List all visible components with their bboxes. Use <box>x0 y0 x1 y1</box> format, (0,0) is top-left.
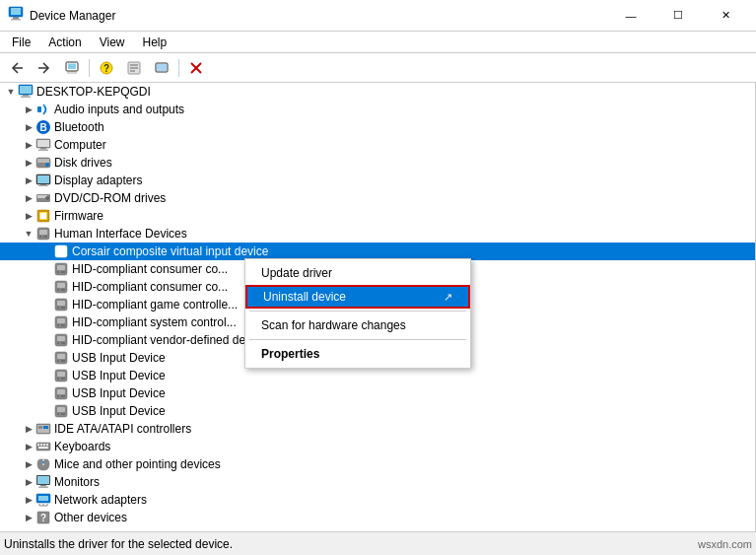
ide-chevron[interactable] <box>22 422 35 436</box>
svg-rect-105 <box>38 496 48 501</box>
app-icon <box>8 6 24 25</box>
menu-bar: File Action View Help <box>0 32 756 53</box>
svg-rect-7 <box>68 63 76 69</box>
hid5-label: HID-compliant vendor-defined device <box>72 333 266 347</box>
svg-rect-61 <box>57 301 65 306</box>
toolbar-forward[interactable] <box>32 56 57 80</box>
svg-rect-36 <box>40 184 46 185</box>
tree-mice[interactable]: Mice and other pointing devices <box>0 455 755 473</box>
audio-chevron[interactable] <box>22 103 35 116</box>
toolbar-back[interactable] <box>4 56 30 80</box>
ctx-scan-label: Scan for hardware changes <box>261 318 406 332</box>
usb3-icon <box>53 385 69 401</box>
monitors-chevron[interactable] <box>22 475 35 489</box>
device-tree[interactable]: DESKTOP-KEPQGDI Audio inputs and outputs… <box>0 83 756 531</box>
svg-point-99 <box>42 461 44 463</box>
bluetooth-chevron[interactable] <box>22 120 35 134</box>
maximize-button[interactable]: ☐ <box>655 0 701 32</box>
title-bar: Device Manager — ☐ ✕ <box>0 0 756 32</box>
hid2-chevron <box>39 280 53 294</box>
toolbar-help[interactable]: ? <box>94 56 119 80</box>
svg-rect-73 <box>57 354 65 359</box>
ctx-uninstall-label: Uninstall device <box>263 290 346 304</box>
firmware-chevron[interactable] <box>22 209 35 223</box>
tree-usb3[interactable]: USB Input Device <box>0 384 755 402</box>
minimize-button[interactable]: — <box>608 0 653 32</box>
display-chevron[interactable] <box>22 173 35 187</box>
hid1-icon <box>53 261 69 277</box>
tree-monitors[interactable]: Monitors <box>0 473 755 491</box>
usb1-label: USB Input Device <box>72 351 166 365</box>
dvd-label: DVD/CD-ROM drives <box>54 191 166 205</box>
svg-point-33 <box>45 163 49 167</box>
usb1-chevron <box>39 351 53 365</box>
svg-rect-49 <box>57 247 65 252</box>
ctx-properties[interactable]: Properties <box>245 342 470 366</box>
tree-usb4[interactable]: USB Input Device <box>0 402 755 420</box>
svg-rect-91 <box>43 426 48 429</box>
svg-rect-28 <box>37 140 49 147</box>
keyboard-icon <box>35 439 51 454</box>
tree-audio[interactable]: Audio inputs and outputs <box>0 101 755 118</box>
window-controls: — ☐ ✕ <box>608 0 748 32</box>
dvd-icon <box>35 190 51 206</box>
network-chevron[interactable] <box>22 493 35 507</box>
tree-keyboards[interactable]: Keyboards <box>0 438 755 455</box>
tree-bluetooth[interactable]: B Bluetooth <box>0 118 755 136</box>
close-button[interactable]: ✕ <box>703 0 748 32</box>
svg-rect-53 <box>57 265 65 270</box>
root-chevron[interactable] <box>4 85 18 99</box>
dvd-chevron[interactable] <box>22 191 35 205</box>
hid4-label: HID-compliant system control... <box>72 315 237 329</box>
hid4-icon <box>53 314 69 330</box>
computer-sm-icon <box>35 137 51 153</box>
svg-rect-102 <box>40 485 46 487</box>
status-bar: Uninstalls the driver for the selected d… <box>0 531 756 555</box>
keyboards-chevron[interactable] <box>22 440 35 453</box>
tree-disk[interactable]: Disk drives <box>0 154 755 172</box>
tree-network[interactable]: Network adapters <box>0 491 755 509</box>
svg-rect-97 <box>38 447 48 449</box>
menu-action[interactable]: Action <box>40 34 89 51</box>
usb2-label: USB Input Device <box>72 369 166 382</box>
computer-chevron[interactable] <box>22 138 35 152</box>
usb1-icon <box>53 350 69 366</box>
network-icon <box>35 492 51 508</box>
tree-root[interactable]: DESKTOP-KEPQGDI <box>0 83 755 101</box>
toolbar-properties[interactable] <box>121 56 147 80</box>
svg-rect-29 <box>40 148 46 150</box>
hid2-label: HID-compliant consumer co... <box>72 280 228 294</box>
ctx-scan[interactable]: Scan for hardware changes <box>245 313 470 337</box>
corsair-icon <box>53 243 69 259</box>
tree-firmware[interactable]: Firmware <box>0 207 755 225</box>
disk-chevron[interactable] <box>22 156 35 170</box>
tree-dvd[interactable]: DVD/CD-ROM drives <box>0 189 755 207</box>
tree-hid[interactable]: Human Interface Devices <box>0 225 755 243</box>
toolbar-up[interactable] <box>59 56 85 80</box>
mice-chevron[interactable] <box>22 457 35 471</box>
svg-rect-32 <box>37 159 49 163</box>
ctx-properties-label: Properties <box>261 347 319 361</box>
other-chevron[interactable] <box>22 511 35 524</box>
menu-help[interactable]: Help <box>135 34 175 51</box>
menu-view[interactable]: View <box>92 34 133 51</box>
hid-chevron[interactable] <box>22 227 35 241</box>
computer-icon <box>18 84 34 100</box>
tree-other[interactable]: ? Other devices <box>0 509 755 526</box>
svg-text:B: B <box>39 122 46 133</box>
svg-rect-81 <box>57 389 65 394</box>
toolbar-update[interactable] <box>149 56 174 80</box>
hid3-icon <box>53 297 69 312</box>
menu-file[interactable]: File <box>4 34 38 51</box>
svg-rect-90 <box>38 426 42 429</box>
ctx-update[interactable]: Update driver <box>245 261 470 285</box>
tree-display[interactable]: Display adapters <box>0 172 755 189</box>
svg-text:?: ? <box>103 63 109 74</box>
ctx-uninstall[interactable]: Uninstall device ↗ <box>245 285 470 309</box>
tree-usb2[interactable]: USB Input Device <box>0 367 755 384</box>
tree-computer[interactable]: Computer <box>0 136 755 154</box>
toolbar-delete[interactable] <box>183 56 209 80</box>
svg-rect-30 <box>38 150 48 152</box>
usb4-icon <box>53 403 69 419</box>
tree-ide[interactable]: IDE ATA/ATAPI controllers <box>0 420 755 438</box>
